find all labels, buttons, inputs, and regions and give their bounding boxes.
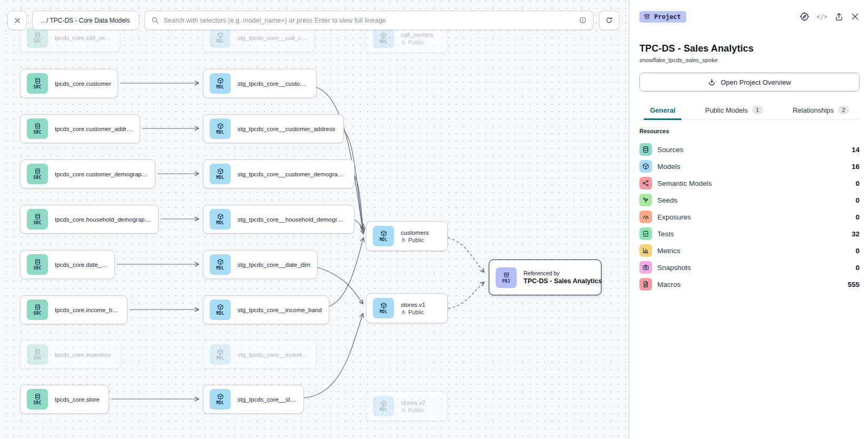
resource-row-models[interactable]: Models16 bbox=[639, 158, 860, 175]
node-project-tpcds-sales-analytics[interactable]: PRJ Referenced by TPC-DS - Sales Analyti… bbox=[489, 260, 601, 295]
node-mdl-customer[interactable]: MDLstg_tpcds_core__customer bbox=[203, 69, 317, 98]
node-label: stores.v2 bbox=[401, 400, 426, 406]
seedling-icon bbox=[639, 194, 652, 206]
node-src-customer[interactable]: SRCtpcds_core.customer bbox=[20, 69, 118, 98]
node-label: stg_tpcds_core__customer bbox=[238, 81, 310, 87]
database-icon bbox=[639, 143, 652, 156]
project-node-label: TPC-DS - Sales Analytics bbox=[524, 277, 595, 285]
node-src-income-band[interactable]: SRCtpcds_core.income_band bbox=[20, 295, 127, 324]
node-label: tpcds_core.store bbox=[55, 396, 100, 403]
mdl-type-badge: MDL bbox=[210, 209, 231, 230]
mdl-type-badge: MDL bbox=[373, 28, 394, 48]
node-label: stg_tpcds_core__call_center bbox=[238, 35, 308, 41]
resource-row-macros[interactable]: Macros555 bbox=[639, 276, 860, 293]
close-lineage-button[interactable] bbox=[7, 11, 27, 30]
bar-chart-icon bbox=[642, 247, 649, 254]
info-icon[interactable] bbox=[579, 16, 587, 24]
lock-open-icon bbox=[401, 310, 406, 315]
database-icon bbox=[34, 393, 41, 400]
code-icon[interactable]: </> bbox=[816, 13, 827, 21]
node-src-store[interactable]: SRCtpcds_core.store bbox=[20, 385, 109, 414]
node-src-customer-demographics[interactable]: SRCtpcds_core.customer_demographics bbox=[20, 159, 155, 188]
resource-row-snapshots[interactable]: Snapshots0 bbox=[639, 259, 860, 276]
public-tag: Public bbox=[401, 39, 433, 45]
share-icon[interactable] bbox=[834, 12, 844, 22]
graph-nodes-layer: PRJ Referenced by TPC-DS - Sales Analyti… bbox=[0, 0, 629, 439]
database-icon bbox=[642, 146, 649, 153]
resource-row-tests[interactable]: Tests32 bbox=[639, 225, 860, 242]
camera-icon bbox=[639, 261, 652, 274]
node-pub-customers[interactable]: MDLcustomersPublic bbox=[366, 221, 448, 251]
resource-row-exposures[interactable]: Exposures0 bbox=[639, 208, 860, 225]
node-pub-stores-v1[interactable]: MDLstores.v1Public bbox=[366, 293, 448, 323]
open-project-overview-button[interactable]: Open Project Overview bbox=[639, 73, 860, 92]
database-icon bbox=[34, 258, 41, 265]
tab-count-badge: 2 bbox=[838, 106, 849, 114]
share-icon bbox=[834, 12, 844, 22]
clipboard-check-icon bbox=[642, 230, 649, 237]
refresh-icon bbox=[605, 16, 613, 24]
node-label: tpcds_core.income_band bbox=[55, 307, 121, 313]
node-label: stg_tpcds_core__date_dim bbox=[238, 262, 310, 268]
resource-row-seeds[interactable]: Seeds0 bbox=[639, 192, 860, 208]
resource-row-semantic-models[interactable]: Semantic Models0 bbox=[639, 175, 860, 192]
lineage-app: PRJ Referenced by TPC-DS - Sales Analyti… bbox=[0, 0, 868, 439]
mdl-type-badge: MDL bbox=[210, 254, 231, 275]
public-tag: Public bbox=[401, 309, 426, 315]
refresh-button[interactable] bbox=[599, 11, 619, 30]
node-mdl-income-band[interactable]: MDLstg_tpcds_core__income_band bbox=[203, 295, 329, 324]
close-panel-button[interactable] bbox=[851, 12, 860, 21]
panel-tabs: GeneralPublic Models1Relationships2 bbox=[639, 106, 860, 120]
tab-general[interactable]: General bbox=[643, 106, 683, 119]
node-label: tpcds_core.household_demographics bbox=[55, 216, 152, 223]
cube-icon bbox=[380, 230, 387, 237]
search-bar bbox=[144, 11, 594, 30]
node-mdl-household-demographics[interactable]: MDLstg_tpcds_core__household_demogr… bbox=[203, 205, 354, 234]
node-mdl-customer-address[interactable]: MDLstg_tpcds_core__customer_address bbox=[203, 114, 344, 143]
cube-icon bbox=[217, 168, 224, 175]
resource-row-metrics[interactable]: Metrics0 bbox=[639, 242, 860, 259]
cube-icon bbox=[217, 32, 224, 38]
node-mdl-date-dim[interactable]: MDLstg_tpcds_core__date_dim bbox=[203, 250, 318, 279]
mdl-type-badge: MDL bbox=[210, 300, 231, 320]
lock-open-icon bbox=[401, 39, 406, 45]
node-src-date-dim[interactable]: SRCtpcds_core.date_dim bbox=[20, 250, 115, 279]
src-type-badge: SRC bbox=[27, 209, 48, 230]
semantic-model-icon bbox=[639, 177, 652, 189]
cube-icon bbox=[217, 123, 224, 129]
tab-relationships[interactable]: Relationships2 bbox=[785, 106, 856, 119]
close-icon bbox=[14, 17, 21, 24]
node-label: tpcds_core.customer_address bbox=[55, 126, 133, 132]
cube-icon bbox=[217, 348, 224, 355]
src-type-badge: SRC bbox=[27, 27, 48, 48]
resource-row-sources[interactable]: Sources14 bbox=[639, 141, 860, 158]
project-type-badge: Project bbox=[639, 11, 686, 23]
database-icon bbox=[34, 32, 41, 38]
node-src-customer-address[interactable]: SRCtpcds_core.customer_address bbox=[20, 114, 140, 143]
node-src-inventory[interactable]: SRCtpcds_core.inventory bbox=[20, 340, 121, 369]
resource-count: 0 bbox=[855, 264, 860, 272]
document-icon bbox=[639, 278, 652, 291]
node-mdl-inventory[interactable]: MDLstg_tpcds_core__inventory bbox=[203, 340, 317, 369]
mdl-type-badge: MDL bbox=[210, 389, 231, 410]
cube-icon bbox=[380, 302, 387, 309]
lock-open-icon bbox=[401, 407, 406, 413]
node-label: tpcds_core.inventory bbox=[55, 352, 111, 358]
breadcrumb[interactable]: .. / TPC-DS - Core Data Models bbox=[32, 11, 139, 30]
lineage-canvas[interactable]: PRJ Referenced by TPC-DS - Sales Analyti… bbox=[0, 0, 629, 439]
node-src-household-demographics[interactable]: SRCtpcds_core.household_demographics bbox=[20, 205, 159, 234]
lineage-search-input[interactable] bbox=[164, 17, 575, 24]
public-tag: Public bbox=[401, 407, 426, 413]
tab-public-models[interactable]: Public Models1 bbox=[698, 106, 771, 119]
explore-lineage-button[interactable] bbox=[800, 12, 810, 22]
node-mdl-store[interactable]: MDLstg_tpcds_core__store bbox=[203, 385, 304, 414]
node-pub-stores-v2[interactable]: MDLstores.v2Public bbox=[366, 391, 448, 421]
database-icon bbox=[34, 77, 41, 84]
node-mdl-customer-demographics[interactable]: MDLstg_tpcds_core__customer_demogra… bbox=[203, 159, 354, 188]
src-type-badge: SRC bbox=[27, 118, 48, 139]
bar-chart-icon bbox=[639, 244, 652, 257]
public-tag: Public bbox=[401, 237, 429, 243]
cube-icon bbox=[217, 393, 224, 400]
cube-icon bbox=[217, 304, 224, 311]
node-label: tpcds_core.customer bbox=[55, 81, 111, 87]
